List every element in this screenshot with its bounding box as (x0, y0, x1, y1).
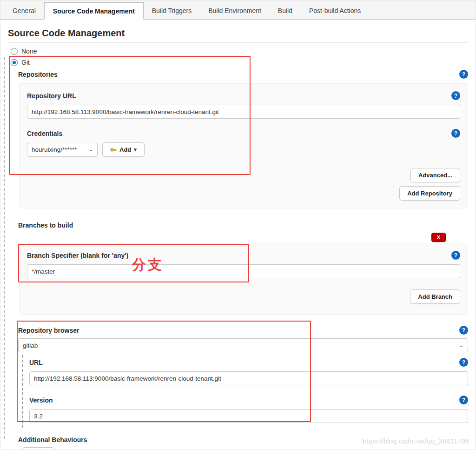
help-icon[interactable]: ? (459, 396, 468, 404)
repository-browser-select[interactable]: gitlab ⌄ (18, 338, 468, 352)
jenkins-config-page: General Source Code Management Build Tri… (0, 0, 476, 450)
additional-behaviours-label: Additional Behaviours (18, 436, 468, 443)
key-icon (110, 147, 117, 153)
repository-block: Repository URL ? Credentials ? houruixin… (19, 83, 468, 208)
repository-url-input[interactable] (27, 105, 460, 119)
tab-build-environment[interactable]: Build Environment (200, 2, 270, 19)
add-credentials-label: Add (119, 146, 131, 153)
advanced-button[interactable]: Advanced... (410, 168, 460, 182)
chevron-down-icon: ⌄ (459, 343, 463, 349)
add-repository-button[interactable]: Add Repository (399, 186, 460, 201)
add-branch-button[interactable]: Add Branch (410, 289, 460, 304)
repository-browser-selected-value: gitlab (23, 342, 38, 349)
page-title: Source Code Management (8, 20, 468, 43)
help-icon[interactable]: ? (451, 91, 460, 100)
repositories-section-label: Repositories (18, 71, 58, 78)
radio-git-icon[interactable] (11, 59, 18, 66)
browser-url-input[interactable] (29, 371, 468, 385)
add-behaviour-button[interactable]: Add ▾ (22, 447, 55, 450)
browser-version-input[interactable] (29, 409, 468, 423)
tab-build[interactable]: Build (270, 2, 301, 19)
chevron-down-icon: ⌄ (89, 147, 93, 153)
branches-section-label: Branches to build (18, 222, 468, 229)
help-icon[interactable]: ? (459, 70, 468, 79)
scm-option-git[interactable]: Git (11, 59, 468, 66)
tab-post-build-actions[interactable]: Post-build Actions (301, 2, 369, 19)
repository-browser-label: Repository browser (18, 327, 79, 334)
browser-version-label: Version (29, 396, 53, 404)
delete-branch-button[interactable]: X (431, 233, 446, 242)
branch-block: Branch Specifier (blank for 'any') ? Add… (19, 243, 468, 315)
help-icon[interactable]: ? (459, 326, 468, 335)
repository-url-label: Repository URL (27, 92, 76, 100)
branch-specifier-label: Branch Specifier (blank for 'any') (27, 252, 128, 259)
tab-general[interactable]: General (4, 2, 44, 19)
scm-option-none[interactable]: None (11, 47, 468, 55)
branch-specifier-input[interactable] (27, 264, 460, 278)
credentials-selected-value: houruixing/****** (32, 146, 77, 153)
caret-down-icon: ▾ (134, 147, 137, 153)
tab-source-code-management[interactable]: Source Code Management (44, 2, 144, 20)
radio-git-label: Git (21, 59, 30, 66)
help-icon[interactable]: ? (451, 251, 460, 260)
radio-none-label: None (21, 47, 37, 55)
credentials-select[interactable]: houruixing/****** ⌄ (27, 143, 98, 157)
config-tabbar: General Source Code Management Build Tri… (0, 0, 476, 20)
help-icon[interactable]: ? (459, 358, 468, 367)
radio-none-icon[interactable] (11, 48, 18, 55)
repository-browser-options: URL ? Version ? (22, 355, 468, 428)
help-icon[interactable]: ? (451, 129, 460, 138)
browser-url-label: URL (29, 359, 43, 366)
add-credentials-button[interactable]: Add ▾ (102, 142, 145, 157)
tab-build-triggers[interactable]: Build Triggers (144, 2, 200, 19)
credentials-label: Credentials (27, 130, 62, 137)
